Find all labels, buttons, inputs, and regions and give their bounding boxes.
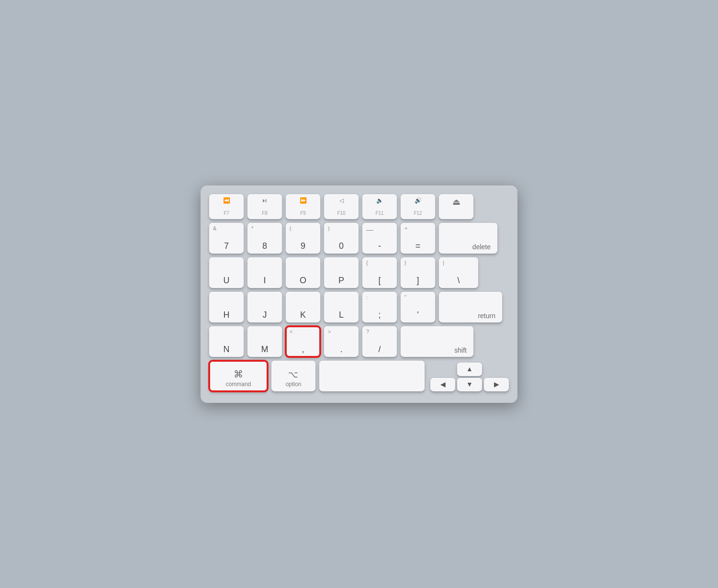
key-quote[interactable]: " ': [401, 292, 435, 322]
f8-icon: ⏯: [262, 198, 268, 203]
key-f11[interactable]: 🔈 F11: [362, 194, 397, 219]
key-i[interactable]: I: [247, 257, 282, 288]
key-7[interactable]: & 7: [209, 223, 244, 254]
key-shift-right[interactable]: shift: [401, 326, 473, 357]
key-backslash[interactable]: | \: [439, 257, 478, 288]
key-9[interactable]: ( 9: [286, 223, 320, 254]
option-label: option: [286, 381, 302, 388]
key-slash[interactable]: ? /: [362, 326, 397, 357]
key-0[interactable]: ) 0: [324, 223, 359, 254]
key-8[interactable]: * 8: [247, 223, 282, 254]
nm-key-row: N M < , > . ? / shift: [209, 326, 509, 357]
key-command[interactable]: ⌘ command: [209, 361, 268, 391]
key-equals[interactable]: + =: [401, 223, 435, 254]
option-symbol: ⌥: [288, 369, 298, 380]
f10-icon: ◁: [339, 198, 344, 203]
key-rbracket[interactable]: } ]: [401, 257, 435, 288]
key-f9[interactable]: ⏩ F9: [286, 194, 320, 219]
hjkl-key-row: H J K L : ; " ' return: [209, 292, 509, 322]
key-f8[interactable]: ⏯ F8: [247, 194, 282, 219]
key-return[interactable]: return: [439, 292, 502, 322]
command-symbol: ⌘: [234, 368, 243, 380]
key-semicolon[interactable]: : ;: [362, 292, 397, 322]
f7-icon: ⏪: [223, 198, 230, 203]
fn-key-row: ⏪ F7 ⏯ F8 ⏩ F9 ◁ F10 🔈 F11 🔊 F12 ⏏: [209, 194, 509, 219]
key-h[interactable]: H: [209, 292, 244, 322]
key-minus[interactable]: — -: [362, 223, 397, 254]
key-arrow-left[interactable]: ◀: [430, 378, 455, 391]
f9-icon: ⏩: [300, 198, 307, 203]
key-eject[interactable]: ⏏: [439, 194, 473, 219]
key-m[interactable]: M: [247, 326, 282, 357]
key-arrow-up[interactable]: ▲: [457, 363, 482, 376]
key-option[interactable]: ⌥ option: [271, 361, 315, 391]
key-space[interactable]: [319, 361, 425, 391]
command-label: command: [226, 381, 251, 388]
key-k[interactable]: K: [286, 292, 320, 322]
uiop-key-row: U I O P { [ } ] | \: [209, 257, 509, 288]
key-arrow-right[interactable]: ▶: [484, 378, 509, 391]
keyboard: ⏪ F7 ⏯ F8 ⏩ F9 ◁ F10 🔈 F11 🔊 F12 ⏏ &: [201, 186, 517, 403]
key-p[interactable]: P: [324, 257, 359, 288]
f12-icon: 🔊: [415, 198, 422, 203]
modifier-key-row: ⌘ command ⌥ option ▲ ◀: [209, 361, 509, 391]
eject-icon: ⏏: [452, 198, 460, 206]
arrow-key-cluster: ▲ ◀ ▼ ▶: [430, 363, 509, 391]
key-l[interactable]: L: [324, 292, 359, 322]
f11-icon: 🔈: [376, 198, 383, 203]
key-arrow-down[interactable]: ▼: [457, 378, 482, 391]
number-key-row: & 7 * 8 ( 9 ) 0 — - + = delete: [209, 223, 509, 254]
key-period[interactable]: > .: [324, 326, 359, 357]
key-lbracket[interactable]: { [: [362, 257, 397, 288]
key-f10[interactable]: ◁ F10: [324, 194, 359, 219]
key-f12[interactable]: 🔊 F12: [401, 194, 435, 219]
key-o[interactable]: O: [286, 257, 320, 288]
key-delete[interactable]: delete: [439, 223, 497, 254]
key-j[interactable]: J: [247, 292, 282, 322]
key-f7[interactable]: ⏪ F7: [209, 194, 244, 219]
key-n[interactable]: N: [209, 326, 244, 357]
key-u[interactable]: U: [209, 257, 244, 288]
key-comma[interactable]: < ,: [286, 326, 320, 357]
